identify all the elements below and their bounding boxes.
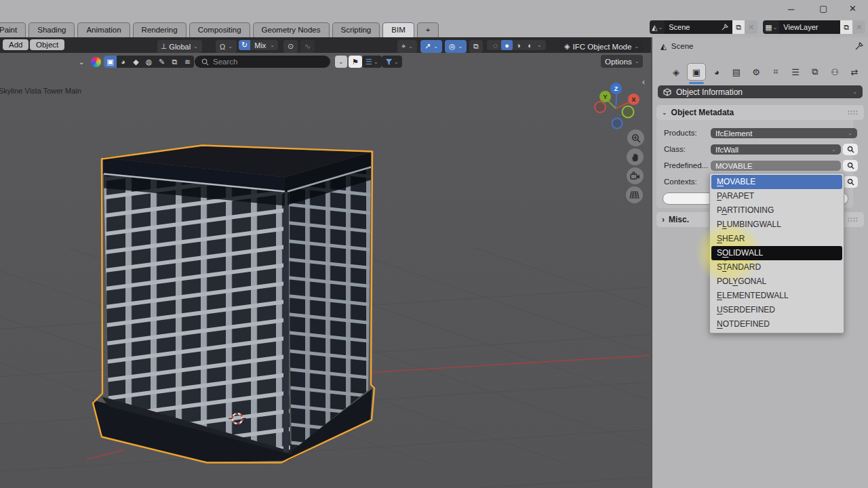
magnifier-icon bbox=[847, 162, 854, 169]
dropdown-option[interactable]: MOVABLE bbox=[711, 175, 842, 189]
workspace-tab[interactable]: + bbox=[417, 22, 439, 37]
3d-viewport[interactable]: ⌄ ▣◕◆◍✎⧉≋ Search ⌄ ⚑ ☰⌄ ⌄ Options⌄ Skyli… bbox=[0, 53, 651, 488]
panel-grip[interactable]: ∷∷ bbox=[848, 216, 859, 224]
dropdown-option[interactable]: SHEAR bbox=[711, 232, 842, 246]
object-information-header[interactable]: Object Information ⌄ bbox=[658, 85, 863, 98]
tab-relations[interactable]: ⚙ bbox=[747, 64, 765, 80]
proportional-editing-toggle[interactable]: ⊙ bbox=[283, 40, 298, 53]
dropdown-option[interactable]: STANDARD bbox=[711, 260, 842, 274]
panel-grip[interactable]: ∷∷ bbox=[848, 109, 859, 117]
workspace-tab[interactable]: Paint bbox=[0, 22, 26, 37]
object-menu[interactable]: Object bbox=[30, 39, 64, 50]
workspace-tab[interactable]: Shading bbox=[28, 22, 75, 37]
dropdown-option[interactable]: PARTITIONING bbox=[711, 203, 842, 218]
tab-layers[interactable]: ▤ bbox=[728, 64, 745, 80]
falloff-dropdown[interactable]: ∿ bbox=[300, 40, 315, 53]
predefined-dropdown[interactable]: MOVABLE bbox=[711, 161, 841, 171]
tab-collections[interactable]: ☰ bbox=[787, 64, 804, 80]
dropdown-option[interactable]: PARAPET bbox=[711, 189, 842, 203]
products-dropdown[interactable]: IfcElement⌄ bbox=[711, 128, 857, 138]
overlays-dropdown[interactable]: ◎⌄ bbox=[445, 40, 467, 53]
tab-geometry[interactable]: ⌗ bbox=[767, 64, 785, 80]
asset-shelf-chevron[interactable]: ⌄ bbox=[335, 56, 347, 68]
interaction-mode-dropdown[interactable]: ◈ IFC Object Mode⌄ bbox=[560, 39, 643, 54]
zoom-button[interactable] bbox=[627, 129, 644, 146]
shading-pie-icon[interactable]: ◕ bbox=[117, 56, 130, 68]
cube-icon bbox=[663, 88, 671, 96]
sidebar-collapse-icon[interactable]: ‹ bbox=[642, 77, 645, 87]
workspace-tab[interactable]: Animation bbox=[77, 22, 130, 37]
search-input[interactable]: Search bbox=[195, 56, 330, 68]
scene-selector[interactable]: ◭⌄ Scene ⧉ ✕ bbox=[650, 20, 757, 34]
add-menu[interactable]: Add bbox=[3, 39, 28, 50]
close-button[interactable]: ✕ bbox=[849, 4, 856, 13]
tab-bim[interactable]: ◈ bbox=[667, 64, 685, 80]
material-shading-button[interactable]: ◑ bbox=[513, 40, 524, 50]
workspace-tab[interactable]: Compositing bbox=[189, 22, 250, 37]
proportional-icon: ⊙ bbox=[288, 42, 294, 51]
hierarchy-filter-dropdown[interactable]: ☰⌄ bbox=[362, 56, 382, 68]
contexts-search-button[interactable] bbox=[843, 176, 858, 188]
blend-mode-dropdown[interactable]: ↻ Mix⌄ bbox=[239, 40, 278, 50]
axis-x-ball[interactable]: X bbox=[628, 94, 639, 105]
brush-icon[interactable]: ✎ bbox=[155, 56, 168, 68]
object-metadata-header[interactable]: ⌄ Object Metadata ∷∷ bbox=[656, 105, 864, 120]
pan-button[interactable] bbox=[627, 148, 644, 165]
tab-transfer[interactable]: ⇄ bbox=[846, 64, 863, 80]
axis-y-ball[interactable]: Y bbox=[599, 91, 611, 102]
class-dropdown[interactable]: IfcWall⌄ bbox=[711, 144, 841, 155]
select-box-icon[interactable]: ▣ bbox=[104, 56, 117, 68]
unlink-scene-button[interactable]: ✕ bbox=[745, 20, 757, 34]
tab-scene[interactable]: ◕ bbox=[708, 64, 726, 80]
rendered-shading-button[interactable]: ◐ bbox=[524, 40, 536, 50]
pin-panel-icon[interactable] bbox=[854, 42, 863, 51]
workspace-tab[interactable]: Geometry Nodes bbox=[253, 22, 330, 37]
transform-orientation-dropdown[interactable]: ⟂ Global⌄ bbox=[157, 40, 202, 53]
tab-users[interactable]: ⚇ bbox=[826, 64, 844, 80]
viewlayer-selector[interactable]: ▦⌄ ViewLayer ⧉ ✕ bbox=[763, 20, 865, 34]
pin-icon[interactable] bbox=[721, 24, 728, 31]
dropdown-option[interactable]: NOTDEFINED bbox=[711, 317, 842, 331]
tool-group: ▣◕◆◍✎⧉≋ bbox=[104, 56, 194, 68]
dropdown-option[interactable]: USERDEFINED bbox=[711, 303, 842, 317]
xray-toggle[interactable]: ⧉ bbox=[469, 40, 483, 53]
tab-object[interactable]: ▣ bbox=[687, 63, 706, 81]
predefined-search-button[interactable] bbox=[843, 160, 858, 171]
options-dropdown[interactable]: Options⌄ bbox=[601, 55, 643, 68]
dropdown-option[interactable]: PLUMBINGWALL bbox=[711, 218, 842, 232]
class-search-button[interactable] bbox=[843, 144, 858, 155]
axis-z-ball[interactable]: Z bbox=[610, 83, 622, 94]
bookmark-icon[interactable]: ⚑ bbox=[349, 56, 362, 68]
tab-copies[interactable]: ⧉ bbox=[806, 64, 824, 80]
wireframe-shading-button[interactable]: ◌ bbox=[490, 40, 501, 50]
xray-icon: ⧉ bbox=[473, 42, 479, 51]
gizmos-dropdown[interactable]: ↗⌄ bbox=[420, 40, 442, 53]
copy-scene-button[interactable]: ⧉ bbox=[732, 20, 745, 34]
minimize-button[interactable]: ─ bbox=[788, 5, 794, 14]
filter-dropdown[interactable]: ⌄ bbox=[382, 56, 402, 68]
copy-viewlayer-button[interactable]: ⧉ bbox=[840, 20, 852, 34]
scene-name[interactable]: Scene bbox=[669, 23, 690, 31]
ortho-toggle-button[interactable] bbox=[626, 186, 643, 203]
snap-dropdown[interactable]: Ω ⌄ bbox=[216, 40, 237, 53]
dropdown-option[interactable]: ELEMENTEDWALL bbox=[711, 289, 842, 303]
color-wheel-icon[interactable] bbox=[91, 57, 101, 67]
remove-viewlayer-button[interactable]: ✕ bbox=[852, 20, 865, 34]
dropdown-option[interactable]: POLYGONAL bbox=[711, 274, 842, 289]
solid-shading-button[interactable]: ● bbox=[501, 40, 513, 50]
workspace-tab[interactable]: Scripting bbox=[332, 22, 380, 37]
workspace-tab[interactable]: BIM bbox=[382, 22, 414, 37]
workspace-tab-bar: PaintShadingAnimationRenderingCompositin… bbox=[0, 18, 868, 37]
duplicate-icon[interactable]: ⧉ bbox=[168, 56, 181, 68]
dropdown-option[interactable]: SOLIDWALL bbox=[711, 246, 842, 260]
tool-settings-collapse-chevron[interactable]: ⌄ bbox=[79, 58, 84, 66]
measure-icon[interactable]: ≋ bbox=[181, 56, 194, 68]
maximize-button[interactable]: ▢ bbox=[819, 4, 827, 13]
annotate-icon[interactable]: ◆ bbox=[130, 56, 142, 68]
workspace-tab[interactable]: Rendering bbox=[133, 22, 186, 37]
overlays-icon: ◎ bbox=[449, 42, 456, 51]
viewlayer-name[interactable]: ViewLayer bbox=[783, 23, 818, 31]
pivot-point-dropdown[interactable]: ⌖⌄ bbox=[397, 40, 417, 53]
globe-icon[interactable]: ◍ bbox=[142, 56, 155, 68]
camera-view-button[interactable] bbox=[627, 167, 644, 184]
